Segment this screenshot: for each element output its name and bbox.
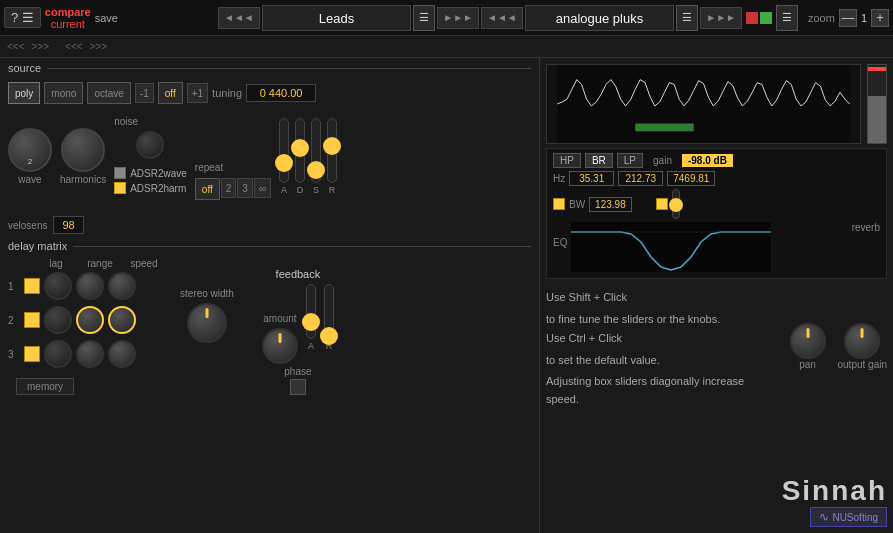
s-slider-col: S — [311, 118, 321, 198]
preset1-prev-button[interactable]: ◄◄◄ — [218, 7, 260, 29]
off-button[interactable]: off — [158, 82, 183, 104]
feedback-amount-knob[interactable] — [262, 328, 298, 364]
hp-button[interactable]: HP — [553, 153, 581, 168]
d-label: D — [297, 185, 304, 195]
hz2-display[interactable]: 212.73 — [618, 171, 663, 186]
color-menu-button[interactable]: ☰ — [776, 5, 798, 31]
nav-prev1-button[interactable]: >>> — [29, 41, 53, 52]
output-gain-label: output gain — [838, 359, 888, 370]
delay-matrix-rows: lag range speed 1 2 — [8, 258, 162, 399]
zoom-label: zoom — [808, 12, 835, 24]
plus1-button[interactable]: +1 — [187, 83, 208, 103]
wave-icon: ∿ — [819, 510, 829, 524]
bw-value[interactable]: 123.98 — [589, 197, 632, 212]
color-indicator — [746, 12, 772, 24]
eq-curve-svg — [571, 222, 771, 272]
delay-row2-range-knob[interactable] — [76, 306, 104, 334]
noise-knob[interactable] — [136, 131, 164, 159]
poly-button[interactable]: poly — [8, 82, 40, 104]
nav-next1-button[interactable]: <<< — [62, 41, 86, 52]
mono-button[interactable]: mono — [44, 82, 83, 104]
delay-row2-toggle[interactable] — [24, 312, 40, 328]
adsr2harm-item: ADSR2harm — [114, 182, 187, 194]
delay-row1-toggle[interactable] — [24, 278, 40, 294]
phase-indicator[interactable] — [290, 379, 306, 395]
delay-row2-lag-knob[interactable] — [44, 306, 72, 334]
tuning-display[interactable]: 0 440.00 — [246, 84, 316, 102]
compare-label: compare — [45, 6, 91, 18]
delay-row3-range-knob[interactable] — [76, 340, 104, 368]
delay-row1-range-knob[interactable] — [76, 272, 104, 300]
nusofting-label: NUSofting — [832, 512, 878, 523]
preset2-name[interactable]: analogue pluks — [525, 5, 675, 31]
gain-label: gain — [653, 155, 672, 166]
wave-section: 2 wave — [8, 112, 52, 185]
nav-next3-button[interactable]: >>> — [87, 41, 111, 52]
feedback-r-slider[interactable] — [324, 284, 334, 339]
menu-button[interactable]: ? ☰ — [4, 7, 41, 28]
adsr2wave-label: ADSR2wave — [130, 168, 187, 179]
preset2-prev-button[interactable]: ◄◄◄ — [481, 7, 523, 29]
hz1-display[interactable]: 35.31 — [569, 171, 614, 186]
bw-toggle[interactable] — [553, 198, 565, 210]
compare-labels: compare current — [45, 6, 91, 30]
hz3-display[interactable]: 7469.81 — [667, 171, 715, 186]
output-gain-meter — [867, 64, 887, 144]
r-slider-col: R — [327, 118, 337, 198]
velosens-value[interactable]: 98 — [53, 216, 83, 234]
wave-knob[interactable]: 2 — [8, 128, 52, 172]
br-button[interactable]: BR — [585, 153, 613, 168]
repeat-off-button[interactable]: off — [195, 178, 220, 200]
harmonics-knob[interactable] — [61, 128, 105, 172]
memory-button[interactable]: memory — [16, 378, 74, 395]
delay-row1-speed-knob[interactable] — [108, 272, 136, 300]
gain-value[interactable]: -98.0 dB — [682, 154, 733, 167]
delay-row1-lag-knob[interactable] — [44, 272, 72, 300]
octave-button[interactable]: octave — [87, 82, 130, 104]
zoom-minus-button[interactable]: — — [839, 9, 857, 27]
reverb-toggle[interactable] — [656, 198, 668, 210]
repeat-3-button[interactable]: 3 — [237, 178, 253, 198]
lp-button[interactable]: LP — [617, 153, 643, 168]
s-slider[interactable] — [311, 118, 321, 183]
preset1-next-button[interactable]: ►►► — [437, 7, 479, 29]
preset2-next-button[interactable]: ►►► — [700, 7, 742, 29]
r-slider[interactable] — [327, 118, 337, 183]
tuning-label: tuning — [212, 87, 242, 99]
preset-section: ◄◄◄ Leads ☰ ►►► ◄◄◄ analogue pluks ☰ ►►► — [218, 5, 742, 31]
nav-prev3-button[interactable]: <<< — [4, 41, 28, 52]
feedback-title: feedback — [276, 268, 321, 280]
delay-row3-num: 3 — [8, 349, 20, 360]
output-gain-knob[interactable] — [844, 323, 880, 359]
sinnah-logo-section: Sinnah ∿ NUSofting — [546, 475, 887, 527]
waveform-display — [546, 64, 861, 144]
save-button[interactable]: save — [95, 12, 118, 24]
source-row: poly mono octave -1 off +1 tuning 0 440.… — [0, 78, 539, 108]
hz-label: Hz — [553, 173, 565, 184]
pan-knob[interactable] — [790, 323, 826, 359]
adsr2wave-checkbox[interactable] — [114, 167, 126, 179]
adsr2harm-label: ADSR2harm — [130, 183, 186, 194]
delay-row3-speed-knob[interactable] — [108, 340, 136, 368]
a-label: A — [281, 185, 287, 195]
zoom-section: zoom — 1 + — [802, 9, 889, 27]
repeat-buttons: off 2 3 ∞ — [195, 178, 271, 200]
preset2-menu-button[interactable]: ☰ — [676, 5, 698, 31]
zoom-plus-button[interactable]: + — [871, 9, 889, 27]
d-slider[interactable] — [295, 118, 305, 183]
adsr2harm-checkbox[interactable] — [114, 182, 126, 194]
feedback-a-slider[interactable] — [306, 284, 316, 339]
delay-row2-speed-knob[interactable] — [108, 306, 136, 334]
repeat-inf-button[interactable]: ∞ — [254, 178, 271, 198]
delay-row3-lag-knob[interactable] — [44, 340, 72, 368]
preset1-menu-button[interactable]: ☰ — [413, 5, 435, 31]
minus1-button[interactable]: -1 — [135, 83, 154, 103]
reverb-slider[interactable] — [672, 189, 680, 219]
stereo-width-knob[interactable] — [187, 303, 227, 343]
range-col-label: range — [82, 258, 118, 269]
filter-section: HP BR LP gain -98.0 dB Hz 35.31 212.73 7… — [546, 148, 887, 279]
preset1-name[interactable]: Leads — [262, 5, 412, 31]
a-slider[interactable] — [279, 118, 289, 183]
repeat-2-button[interactable]: 2 — [221, 178, 237, 198]
delay-row3-toggle[interactable] — [24, 346, 40, 362]
